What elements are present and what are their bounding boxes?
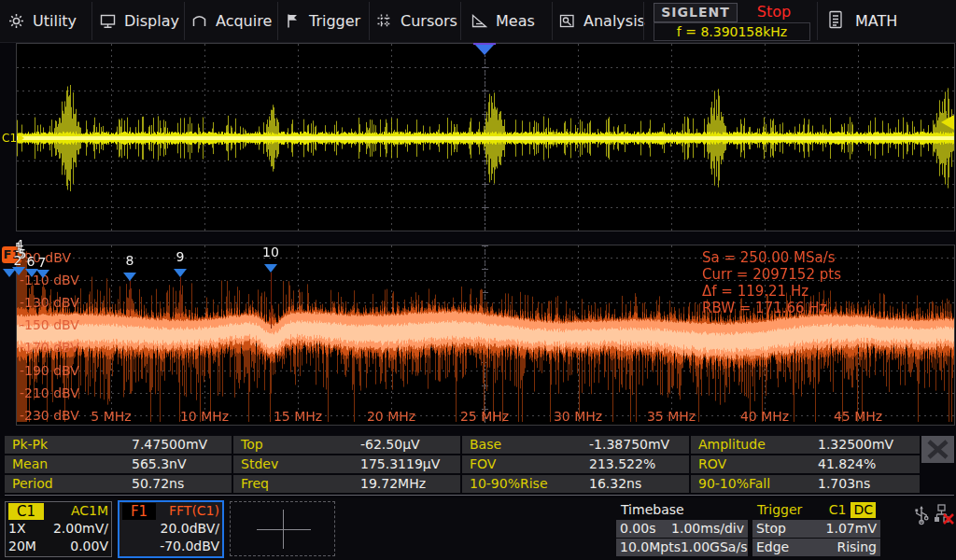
menu-item-label: Analysis [583, 12, 645, 30]
measurement-cell: Top-62.50µV [233, 436, 460, 454]
menu-item-cursors[interactable]: Cursors [375, 0, 457, 42]
measurement-label: FOV [462, 455, 589, 473]
measurement-value: 41.824% [818, 455, 876, 473]
f1-channel-chip: F1 [122, 503, 156, 520]
peak-marker-stem [271, 273, 272, 329]
menu-item-trigger[interactable]: Trigger [284, 0, 360, 42]
peak-marker-stem [130, 281, 131, 316]
meas-icon [471, 12, 488, 30]
close-measurements-button[interactable] [921, 436, 954, 463]
c1-trace-canvas [17, 44, 954, 231]
fft-info-line: Sa = 250.00 MSa/s [702, 249, 836, 266]
f1-function: FFT(C1) [169, 502, 219, 520]
menu-separator [184, 2, 185, 40]
menu-item-label: Meas [496, 12, 535, 30]
fft-frequency-label: 35 MHz [647, 409, 696, 424]
measurement-value: 1.703ns [818, 475, 870, 493]
c1-position-marker[interactable]: C1 [2, 132, 24, 145]
c1-bandwidth: 20M [8, 538, 36, 555]
fft-db-label: -150 dBV [20, 317, 79, 332]
trigger-level-marker[interactable] [941, 115, 954, 130]
lan-error-icon[interactable] [934, 503, 954, 529]
measurement-label: Period [5, 475, 132, 493]
menu-item-acquire[interactable]: Acquire [190, 0, 272, 42]
fft-frequency-label: 45 MHz [834, 409, 882, 424]
c1-channel-descriptor[interactable]: C1 AC1M 1X 2.00mV/ 20M 0.00V [5, 501, 112, 557]
peak-marker-label: 9 [176, 249, 185, 264]
measurement-cell: 90-10%Fall1.703ns [691, 475, 920, 493]
peak-marker-triangle-icon [3, 269, 16, 277]
menu-item-meas[interactable]: Meas [471, 0, 535, 42]
f1-reference: -70.0dBV [160, 538, 219, 555]
fft-db-label: -230 dBV [20, 408, 79, 423]
peak-marker-label: 2 [14, 253, 22, 268]
peak-marker-triangle-icon [36, 270, 49, 278]
cursors-icon [375, 12, 393, 30]
measurement-cell: Amplitude1.32500mV [691, 436, 920, 454]
timebase-samplerate: 1.00GSa/s [681, 539, 748, 556]
measurement-cell: Base-1.38750mV [462, 436, 689, 454]
menu-separator [643, 2, 644, 40]
menu-separator [817, 2, 818, 40]
measurement-label: Mean [5, 455, 132, 473]
measurement-label: Base [462, 436, 589, 454]
trigger-level: 1.07mV [826, 520, 877, 538]
header-status-box: SIGLENT Stop f = 8.390158kHz [654, 2, 810, 40]
math-icon [827, 9, 844, 34]
oscilloscope-screen: UtilityDisplayAcquireTriggerCursorsMeasA… [0, 0, 956, 560]
trigger-panel[interactable]: Trigger C1 DC Stop 1.07mV Edge Rising [752, 501, 880, 557]
acquisition-status[interactable]: Stop [739, 3, 808, 21]
menu-item-display[interactable]: Display [99, 0, 179, 42]
menu-separator [460, 2, 461, 40]
usb-icon[interactable] [913, 503, 930, 529]
c1-position-arrow-icon [18, 133, 24, 143]
c1-waveform-grid [16, 43, 955, 231]
trigger-mode: Edge [756, 539, 789, 556]
timebase-scale: 1.00ms/div [671, 520, 744, 538]
c1-position-label: C1 [2, 132, 17, 145]
fft-db-label: -130 dBV [20, 295, 79, 310]
gear-icon [7, 12, 25, 30]
measurement-label: 90-10%Fall [691, 475, 818, 493]
menu-item-utility[interactable]: Utility [7, 0, 77, 42]
fft-frequency-label: 20 MHz [367, 409, 415, 424]
f1-math-descriptor[interactable]: F1 FFT(C1) 20.0dBV/ -70.0dBV [118, 500, 224, 558]
menu-separator [277, 2, 278, 40]
fft-frequency-label: 15 MHz [274, 409, 322, 424]
measurement-value: 50.72ns [132, 475, 184, 493]
f1-scale: 20.0dBV/ [160, 520, 219, 538]
measurement-value: -1.38750mV [589, 436, 669, 454]
menu-item-analysis[interactable]: Analysis [558, 0, 645, 42]
bottom-bar: C1 AC1M 1X 2.00mV/ 20M 0.00V F1 FFT(C1) … [0, 498, 956, 560]
peak-marker-label: 10 [262, 245, 279, 259]
menu-item-label: Utility [33, 12, 77, 30]
measurement-cell: Period50.72ns [5, 475, 232, 493]
measurement-value: 1.32500mV [818, 436, 893, 454]
math-menu-button[interactable]: MATH [827, 0, 897, 42]
c1-probe: 1X [8, 520, 26, 538]
measurement-label: Freq [233, 475, 360, 493]
trigger-flag-icon [284, 12, 302, 30]
acquire-icon [190, 12, 208, 30]
fft-info-line: RBW = 171.66 Hz [702, 300, 827, 316]
c1-offset: 0.00V [70, 538, 108, 555]
timebase-memory: 10.0Mpts [620, 539, 681, 556]
trigger-slope: Rising [836, 539, 877, 556]
measurement-value: 19.72MHz [360, 475, 426, 493]
measurement-label: Pk-Pk [5, 436, 132, 454]
menu-item-label: Acquire [216, 12, 272, 30]
peak-marker-triangle-icon [174, 269, 187, 277]
fft-info-line: Δf = 119.21 Hz [702, 283, 808, 300]
menu-separator [91, 2, 92, 40]
menu-item-label: Display [124, 12, 179, 30]
timebase-panel[interactable]: Timebase 0.00s 1.00ms/div 10.0Mpts 1.00G… [616, 501, 748, 557]
trigger-position-marker[interactable] [475, 45, 494, 55]
measurement-label: Amplitude [691, 436, 818, 454]
add-channel-slot[interactable] [230, 501, 335, 556]
measurement-value: 213.522% [589, 455, 655, 473]
siglent-logo: SIGLENT [654, 3, 738, 22]
fft-frequency-label: 25 MHz [460, 409, 509, 424]
fft-info-line: Curr = 2097152 pts [702, 266, 841, 283]
timebase-delay: 0.00s [620, 520, 655, 538]
c1-scale: 2.00mV/ [53, 520, 108, 538]
